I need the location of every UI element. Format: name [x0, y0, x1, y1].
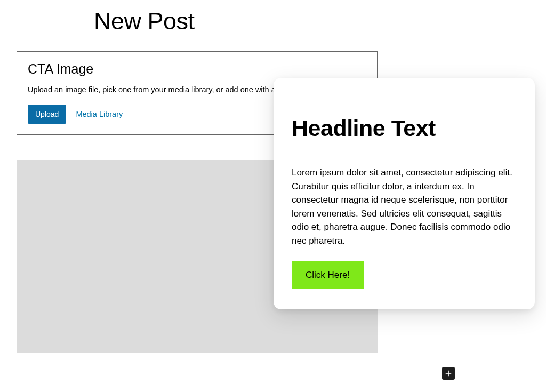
- card-body-text[interactable]: Lorem ipsum dolor sit amet, consectetur …: [292, 166, 517, 247]
- cta-click-here-button[interactable]: Click Here!: [292, 261, 364, 289]
- page-title[interactable]: New Post: [94, 7, 195, 35]
- plus-icon: [444, 369, 453, 378]
- media-library-link[interactable]: Media Library: [76, 110, 123, 118]
- card-headline[interactable]: Headline Text: [292, 115, 517, 141]
- upload-button[interactable]: Upload: [28, 105, 66, 124]
- cta-block-title: CTA Image: [28, 61, 366, 77]
- cta-card: Headline Text Lorem ipsum dolor sit amet…: [274, 78, 535, 309]
- add-block-button[interactable]: [442, 367, 455, 380]
